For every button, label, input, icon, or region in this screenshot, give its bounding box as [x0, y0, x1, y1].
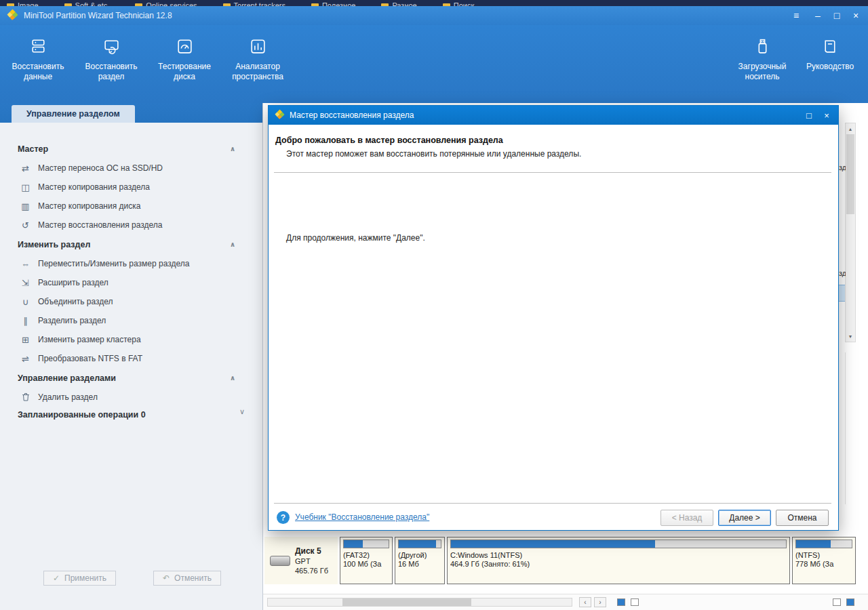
sidebar-bottom-bar: ✓ Применить ↶ Отменить: [0, 569, 262, 610]
scroll-up-icon[interactable]: ▲: [846, 124, 855, 134]
bookmark-label: Online services: [146, 1, 197, 6]
section-modify-partition[interactable]: Изменить раздел ∧: [18, 235, 262, 254]
dialog-maximize-button[interactable]: □: [800, 108, 818, 123]
menu-icon[interactable]: ≡: [787, 8, 806, 23]
horizontal-scrollbar[interactable]: [267, 598, 572, 607]
sidebar-item-convert-ntfs[interactable]: ⇌ Преобразовать NTFS в FAT: [18, 349, 262, 368]
bookmark-item[interactable]: Разное: [381, 1, 416, 6]
space-analyzer-icon: [249, 37, 267, 56]
usage-fill: [451, 540, 655, 548]
scrollbar-thumb[interactable]: [846, 134, 854, 214]
vertical-scrollbar[interactable]: ▲ ▼: [845, 123, 856, 342]
bookmark-label: Image: [18, 1, 39, 6]
sidebar-item-partition-recovery[interactable]: ↺ Мастер восстановления раздела: [18, 216, 262, 235]
bookmark-item[interactable]: Поиск: [443, 1, 474, 6]
item-label: Переместить/Изменить размер раздела: [38, 259, 189, 268]
scrollbar-thumb[interactable]: [342, 598, 471, 606]
split-partition-icon: ∥: [20, 317, 31, 325]
undo-arrow-icon: ↶: [163, 573, 170, 583]
toolbar-disk-test-button[interactable]: Тестирование диска: [148, 35, 221, 82]
divider: [274, 503, 831, 504]
bottom-status-strip: ‹ ›: [263, 594, 868, 610]
disk-type: GPT: [295, 557, 311, 565]
usage-fill: [399, 540, 436, 548]
toolbar-recover-partition-button[interactable]: Восстановить раздел: [75, 35, 148, 82]
sidebar-item-copy-partition[interactable]: ◫ Мастер копирования раздела: [18, 178, 262, 197]
dialog-heading: Добро пожаловать в мастер восстановления…: [275, 136, 503, 145]
help-icon[interactable]: ?: [277, 511, 290, 524]
close-button[interactable]: ×: [846, 8, 865, 23]
section-wizard[interactable]: Мастер ∧: [18, 139, 262, 159]
toolbar-space-analyzer-button[interactable]: Анализатор пространства: [221, 35, 294, 82]
dialog-body-text: Для продолжения, нажмите "Далее".: [286, 233, 425, 243]
apply-button[interactable]: ✓ Применить: [43, 571, 116, 586]
toolbar-label: Загрузочный носитель: [728, 62, 796, 82]
caret-up-icon[interactable]: ∧: [230, 374, 235, 382]
bookmark-item[interactable]: Полезное: [311, 1, 355, 6]
bookmark-label: Разное: [392, 1, 416, 6]
trash-icon: [20, 392, 31, 403]
browser-bookmarks-bar: Image Soft & etc. Online services Torren…: [0, 0, 868, 6]
bookmark-label: Поиск: [454, 1, 474, 6]
bookmark-item[interactable]: Soft & etc.: [64, 1, 110, 6]
cluster-size-icon: ⊞: [20, 336, 31, 344]
toolbar-bootable-media-button[interactable]: Загрузочный носитель: [728, 35, 796, 82]
partition-name: (Другой): [398, 551, 441, 560]
partition-block[interactable]: (FAT32) 100 Мб (За: [340, 537, 393, 584]
clipped-text-fragment: зде: [839, 269, 846, 277]
toolbar-guide-button[interactable]: Руководство: [796, 35, 864, 82]
minimize-button[interactable]: –: [808, 8, 827, 23]
apply-label: Применить: [64, 573, 106, 583]
partition-block[interactable]: (NTFS) 778 Мб (За: [792, 537, 856, 584]
toolbar-recover-data-button[interactable]: Восстановить данные: [1, 35, 75, 82]
item-label: Мастер переноса ОС на SSD/HD: [38, 163, 163, 173]
bookmark-item[interactable]: Image: [7, 1, 39, 6]
page-right-icon[interactable]: ›: [594, 597, 606, 607]
section-title: Мастер: [18, 144, 48, 154]
disk-name: Диск 5: [295, 546, 321, 556]
sidebar-item-move-resize[interactable]: ⇔ Переместить/Изменить размер раздела: [18, 254, 262, 273]
usage-fill: [344, 540, 363, 548]
next-button[interactable]: Далее >: [718, 510, 771, 526]
pending-operations-label: Запланированные операции 0: [18, 410, 262, 420]
sidebar: Управление разделом Мастер ∧ ⇄ Мастер пе…: [0, 103, 263, 610]
disk-test-icon: [176, 37, 194, 56]
sidebar-item-merge[interactable]: ∪ Объединить раздел: [18, 292, 262, 311]
sidebar-item-copy-disk[interactable]: ▥ Мастер копирования диска: [18, 197, 262, 216]
sidebar-scroll-down-icon[interactable]: ∨: [239, 407, 245, 416]
tab-partition-management[interactable]: Управление разделом: [12, 105, 135, 123]
clipped-text-fragment: зде: [839, 163, 846, 171]
disk-row: Диск 5 GPT 465.76 Гб (FAT32) 100 Мб (За …: [264, 537, 856, 584]
tutorial-link[interactable]: Учебник "Восстановление раздела": [295, 512, 429, 522]
guide-icon: [821, 37, 840, 56]
undo-button[interactable]: ↶ Отменить: [153, 571, 221, 586]
sidebar-item-extend[interactable]: ⇲ Расширить раздел: [18, 273, 262, 292]
partition-block[interactable]: (Другой) 16 Мб: [395, 537, 445, 584]
recover-data-icon: [29, 37, 47, 56]
legend-used-swatch: [617, 598, 625, 606]
bookmark-item[interactable]: Online services: [135, 1, 197, 6]
scroll-down-icon[interactable]: ▼: [846, 331, 855, 341]
disk-label-cell[interactable]: Диск 5 GPT 465.76 Гб: [264, 537, 338, 584]
caret-up-icon[interactable]: ∧: [230, 241, 235, 248]
cancel-button[interactable]: Отмена: [776, 510, 829, 526]
dialog-content: Добро пожаловать в мастер восстановления…: [269, 125, 838, 530]
sidebar-item-cluster-size[interactable]: ⊞ Изменить размер кластера: [18, 330, 262, 349]
dialog-close-button[interactable]: ×: [818, 108, 835, 123]
sidebar-item-delete-partition[interactable]: Удалить раздел: [18, 388, 262, 407]
sidebar-item-migrate-os[interactable]: ⇄ Мастер переноса ОС на SSD/HD: [18, 159, 262, 178]
bookmark-label: Полезное: [322, 1, 355, 6]
page-left-icon[interactable]: ‹: [579, 597, 591, 607]
maximize-button[interactable]: □: [827, 8, 846, 23]
section-manage-partitions[interactable]: Управление разделами ∧: [18, 368, 262, 388]
item-label: Преобразовать NTFS в FAT: [38, 354, 142, 363]
bookmark-item[interactable]: Torrent trackers: [223, 1, 285, 6]
sidebar-item-split[interactable]: ∥ Разделить раздел: [18, 311, 262, 330]
legend-free-swatch: [631, 598, 639, 606]
toolbar-label: Восстановить раздел: [75, 62, 148, 82]
legend-swatch: [846, 598, 854, 606]
partition-block-c-drive[interactable]: C:Windows 11(NTFS) 464.9 Гб (Занято: 61%…: [447, 537, 790, 584]
back-button[interactable]: < Назад: [660, 510, 713, 526]
partition-name: C:Windows 11(NTFS): [450, 551, 787, 560]
caret-up-icon[interactable]: ∧: [230, 145, 235, 152]
